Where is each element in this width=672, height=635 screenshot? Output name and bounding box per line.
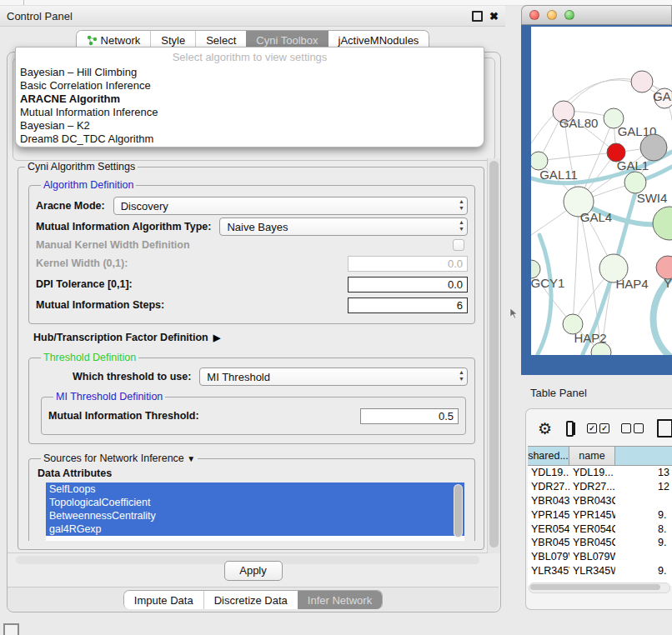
sources-title: Sources for Network Inference ▼ (41, 452, 198, 464)
table-cell: YDR27... (569, 481, 615, 492)
checked-pair-icon[interactable]: ✓✓ (587, 423, 609, 433)
dropdown-option[interactable]: Bayesian – Hill Climbing (16, 66, 484, 79)
network-view-frame: GALGAL80GAL10GAL1GAL11SWI4GAL4GCY1HAP4YH… (521, 25, 672, 375)
node-label: SWI4 (637, 191, 668, 205)
node-label: Y (664, 276, 672, 290)
close-icon[interactable]: ✖ (489, 11, 499, 22)
apply-strip: Apply (8, 552, 499, 588)
attribute-list-item[interactable]: BetweennessCentrality (46, 509, 464, 522)
network-edge-strong[interactable] (538, 235, 551, 354)
network-edge[interactable] (579, 202, 601, 352)
which-threshold-select[interactable]: MI Threshold ▲▼ (199, 368, 468, 386)
cyni-settings-title: Cyni Algorithm Settings (25, 161, 138, 172)
document-icon[interactable] (657, 419, 672, 438)
zoom-traffic-light-icon[interactable] (564, 10, 574, 20)
close-traffic-light-icon[interactable] (529, 10, 539, 20)
mi-threshold-title: MI Threshold Definition (53, 391, 165, 402)
tab-impute-data[interactable]: Impute Data (124, 591, 203, 609)
network-node-gal[interactable] (631, 71, 653, 92)
settings-scroll-area[interactable]: Cyni Algorithm Settings Algorithm Defini… (13, 159, 488, 554)
column-header-label: shared... (528, 450, 569, 462)
dpi-tolerance-field[interactable]: 0.0 (348, 277, 468, 292)
attribute-list-item[interactable]: SelfLoops (46, 482, 464, 496)
column-header[interactable] (615, 446, 672, 466)
gear-icon[interactable]: ⚙ (538, 421, 552, 437)
table-cell: YER054C (569, 523, 615, 535)
tab-discretize-data[interactable]: Discretize Data (203, 591, 298, 609)
mi-type-row: Mutual Information Algorithm Type: Naive… (36, 218, 468, 236)
settings-scrollbar[interactable] (487, 158, 500, 553)
mi-threshold-field[interactable]: 0.5 (360, 408, 459, 424)
dropdown-option[interactable]: Bayesian – K2 (16, 119, 484, 132)
dropdown-option[interactable]: Dream8 DC_TDC Algorithm (16, 132, 484, 146)
expand-right-icon: ▶ (213, 332, 220, 343)
table-cell: YPR145W (528, 509, 569, 521)
table-cell: YER054C (528, 523, 569, 535)
float-panel-icon[interactable] (472, 11, 483, 22)
manual-kernel-row: Manual Kernel Width Definition (36, 238, 468, 252)
mi-steps-row: Mutual Information Steps: 6 (36, 296, 468, 314)
minimize-traffic-light-icon[interactable] (547, 10, 557, 20)
network-window-titlebar[interactable] (521, 5, 672, 25)
network-icon (87, 35, 98, 46)
manual-kernel-checkbox[interactable] (453, 239, 464, 251)
column-header[interactable]: shared... (528, 446, 569, 466)
kernel-width-row: Kernel Width (0,1): 0.0 (36, 254, 468, 272)
dropdown-option[interactable]: Mutual Information Inference (16, 106, 484, 119)
mouse-cursor (509, 308, 518, 319)
table-cell: YLR345W (569, 565, 615, 577)
mi-threshold-row: Mutual Information Threshold: 0.5 (48, 407, 459, 425)
table-cell: YLR345W (528, 565, 569, 577)
algorithm-definition-group: Algorithm Definition Aracne Mode: Discov… (28, 179, 475, 324)
dropdown-option[interactable]: ARACNE Algorithm (16, 92, 484, 106)
network-node[interactable] (640, 134, 667, 161)
mi-type-select[interactable]: Naive Bayes ▲▼ (219, 218, 468, 236)
which-threshold-row: Which threshold to use: MI Threshold ▲▼ (73, 368, 468, 386)
mi-type-label: Mutual Information Algorithm Type: (36, 221, 211, 232)
network-canvas[interactable]: GALGAL80GAL10GAL1GAL11SWI4GAL4GCY1HAP4YH… (531, 27, 672, 355)
tab-label: Cyni Toolbox (256, 34, 318, 47)
tab-label: Style (161, 34, 185, 47)
node-label: GAL1 (617, 158, 649, 172)
apply-button[interactable]: Apply (224, 561, 283, 581)
expand-down-icon[interactable]: ▼ (187, 454, 195, 463)
table-row[interactable]: YBL079WYBL079W (528, 550, 672, 564)
table-row[interactable]: YPR145WYPR145W9. (528, 508, 672, 522)
tab-label: Discretize Data (214, 594, 288, 607)
bottom-tabbar: Impute DataDiscretize DataInfer Network (8, 587, 499, 612)
split-columns-icon[interactable] (566, 421, 574, 437)
algorithm-definition-title: Algorithm Definition (41, 179, 136, 191)
control-panel-titlebar: Control Panel ✖ (0, 6, 505, 27)
mi-threshold-label: Mutual Information Threshold: (48, 410, 199, 422)
table-row[interactable]: YER054CYER054C8. (528, 522, 672, 536)
which-threshold-label: Which threshold to use: (73, 371, 191, 382)
dock-panel-icon[interactable] (3, 623, 19, 635)
table-cell: 8. (615, 523, 672, 535)
unchecked-pair-icon[interactable] (621, 423, 644, 433)
attribute-list-item[interactable]: TopologicalCoefficient (46, 496, 464, 509)
network-edge[interactable] (539, 152, 616, 161)
column-header[interactable]: name (569, 446, 615, 466)
mi-steps-field[interactable]: 6 (348, 298, 468, 313)
table-row[interactable]: YLR345WYLR345W9. (528, 564, 672, 578)
list-scrollbar[interactable] (454, 484, 463, 538)
table-row[interactable]: YBR043CYBR043C (528, 494, 672, 508)
data-attributes-list[interactable]: SelfLoopsTopologicalCoefficientBetweenne… (46, 482, 464, 541)
node-label: GCY1 (531, 276, 564, 290)
sources-title-text: Sources for Network Inference (43, 452, 184, 464)
network-edge[interactable] (573, 202, 579, 324)
attribute-list-item[interactable]: gal4RGexp (46, 522, 464, 536)
table-toolbar: ⚙ ✓✓ (531, 416, 672, 441)
table-row[interactable]: YIL052CYIL052C9 (528, 578, 672, 580)
aracne-mode-select[interactable]: Discovery ▲▼ (113, 197, 468, 215)
kernel-width-field[interactable]: 0.0 (348, 256, 468, 272)
table-row[interactable]: YDL19...YDL19...13 (528, 466, 672, 480)
table-cell: YPR145W (569, 509, 615, 521)
table-horizontal-scrollbar[interactable] (529, 582, 670, 593)
dropdown-option[interactable]: Basic Correlation Inference (16, 79, 484, 92)
tab-infer-network[interactable]: Infer Network (298, 591, 382, 609)
network-node[interactable] (653, 207, 672, 240)
table-row[interactable]: YDR27...YDR27...12 (528, 480, 672, 494)
table-row[interactable]: YBR045CYBR045C9. (528, 536, 672, 550)
hub-definition-expander[interactable]: Hub/Transcription Factor Definition ▶ (33, 332, 482, 343)
